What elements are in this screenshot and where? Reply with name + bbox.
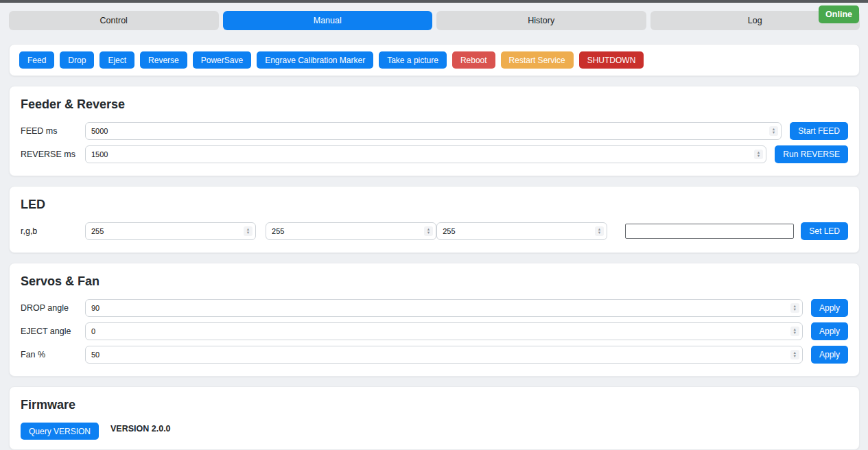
drop-button[interactable]: Drop xyxy=(60,51,94,69)
restart-service-button[interactable]: Restart Service xyxy=(501,51,574,69)
led-green-input[interactable] xyxy=(266,223,424,239)
tab-bar: Control Manual History Log xyxy=(9,11,860,30)
led-red-input[interactable] xyxy=(86,223,244,239)
tab-control[interactable]: Control xyxy=(9,11,219,30)
feed-ms-row: FEED ms ▲▼ Start FEED xyxy=(21,122,848,140)
number-stepper-icon[interactable]: ▲▼ xyxy=(754,150,763,159)
led-rgb-row: r,g,b ▲▼ ▲▼ ▲▼ Set LED xyxy=(21,222,848,240)
number-stepper-icon[interactable]: ▲▼ xyxy=(595,226,604,236)
query-version-button[interactable]: Query VERSION xyxy=(21,423,99,440)
tab-manual[interactable]: Manual xyxy=(223,11,433,30)
drop-angle-row: DROP angle ▲▼ Apply xyxy=(21,299,848,317)
feeder-reverse-title: Feeder & Reverse xyxy=(21,97,848,112)
drop-angle-label: DROP angle xyxy=(21,303,85,313)
firmware-version-text: VERSION 2.0.0 xyxy=(110,424,171,434)
rgb-label: r,g,b xyxy=(21,226,85,236)
shutdown-button[interactable]: SHUTDOWN xyxy=(579,51,644,69)
page-container: Control Manual History Log Feed Drop Eje… xyxy=(0,11,868,450)
led-blue-inputbox: ▲▼ xyxy=(436,222,607,240)
fan-percent-label: Fan % xyxy=(21,350,85,359)
top-accent-bar xyxy=(0,0,868,3)
eject-angle-row: EJECT angle ▲▼ Apply xyxy=(21,322,848,340)
run-reverse-button[interactable]: Run REVERSE xyxy=(775,145,848,163)
reverse-ms-inputbox: ▲▼ xyxy=(85,145,766,163)
reverse-ms-label: REVERSE ms xyxy=(21,150,85,159)
reverse-ms-input[interactable] xyxy=(86,146,754,163)
led-extra-input[interactable] xyxy=(625,224,794,239)
action-toolbar: Feed Drop Eject Reverse PowerSave Engrav… xyxy=(9,44,860,76)
engrave-calibration-marker-button[interactable]: Engrave Calibration Marker xyxy=(257,51,373,69)
fan-percent-inputbox: ▲▼ xyxy=(85,346,803,364)
set-led-button[interactable]: Set LED xyxy=(801,222,848,240)
firmware-section: Firmware Query VERSION VERSION 2.0.0 xyxy=(9,386,860,450)
number-stepper-icon[interactable]: ▲▼ xyxy=(790,350,799,359)
fan-percent-row: Fan % ▲▼ Apply xyxy=(21,346,848,364)
feeder-reverse-section: Feeder & Reverse FEED ms ▲▼ Start FEED R… xyxy=(9,86,860,176)
feed-ms-inputbox: ▲▼ xyxy=(85,122,782,140)
eject-angle-inputbox: ▲▼ xyxy=(85,322,803,340)
reverse-button[interactable]: Reverse xyxy=(140,51,187,69)
eject-angle-input[interactable] xyxy=(86,323,790,340)
drop-angle-inputbox: ▲▼ xyxy=(85,299,803,317)
drop-angle-input[interactable] xyxy=(86,300,790,316)
number-stepper-icon[interactable]: ▲▼ xyxy=(790,327,799,336)
start-feed-button[interactable]: Start FEED xyxy=(790,122,848,140)
eject-angle-label: EJECT angle xyxy=(21,327,85,336)
led-blue-input[interactable] xyxy=(437,223,595,239)
number-stepper-icon[interactable]: ▲▼ xyxy=(769,126,778,136)
fan-percent-apply-button[interactable]: Apply xyxy=(811,346,848,364)
feed-ms-input[interactable] xyxy=(86,123,769,139)
servos-fan-title: Servos & Fan xyxy=(21,274,848,289)
feed-button[interactable]: Feed xyxy=(19,51,54,69)
tab-history[interactable]: History xyxy=(436,11,646,30)
number-stepper-icon[interactable]: ▲▼ xyxy=(424,226,433,236)
number-stepper-icon[interactable]: ▲▼ xyxy=(244,226,253,236)
led-green-inputbox: ▲▼ xyxy=(266,222,436,240)
firmware-row: Query VERSION VERSION 2.0.0 xyxy=(21,423,848,440)
led-red-inputbox: ▲▼ xyxy=(85,222,256,240)
reboot-button[interactable]: Reboot xyxy=(452,51,495,69)
led-title: LED xyxy=(21,198,848,212)
status-badge: Online xyxy=(819,5,859,23)
firmware-title: Firmware xyxy=(21,398,848,412)
eject-angle-apply-button[interactable]: Apply xyxy=(811,322,848,340)
servos-fan-section: Servos & Fan DROP angle ▲▼ Apply EJECT a… xyxy=(9,263,860,377)
led-section: LED r,g,b ▲▼ ▲▼ ▲▼ Set LED xyxy=(9,186,860,253)
reverse-ms-row: REVERSE ms ▲▼ Run REVERSE xyxy=(21,145,848,163)
powersave-button[interactable]: PowerSave xyxy=(193,51,251,69)
drop-angle-apply-button[interactable]: Apply xyxy=(811,299,848,317)
feed-ms-label: FEED ms xyxy=(21,126,85,136)
take-a-picture-button[interactable]: Take a picture xyxy=(379,51,447,69)
fan-percent-input[interactable] xyxy=(86,346,790,363)
eject-button[interactable]: Eject xyxy=(99,51,134,69)
number-stepper-icon[interactable]: ▲▼ xyxy=(790,303,799,313)
